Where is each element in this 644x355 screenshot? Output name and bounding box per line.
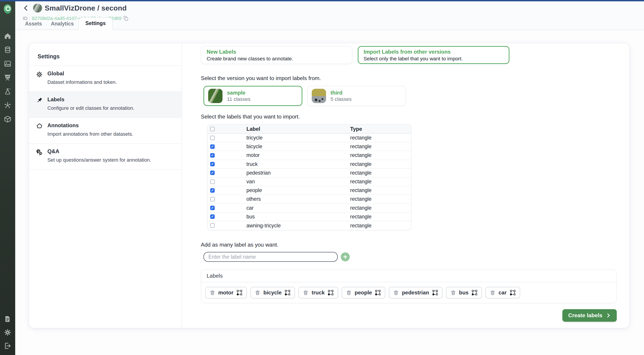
nav-item-labels[interactable]: Labels Configure or edit classes for ann… <box>29 92 182 118</box>
row-label: truck <box>246 161 350 167</box>
bounding-box-icon <box>510 290 516 296</box>
label-chip: motor <box>205 287 247 298</box>
row-label: pedestrian <box>246 170 350 176</box>
row-checkbox[interactable] <box>210 162 215 166</box>
row-checkbox[interactable] <box>210 214 215 219</box>
nav-item-label: Labels <box>48 96 64 102</box>
row-type: rectangle <box>350 223 411 229</box>
tab-settings[interactable]: Settings <box>78 17 113 30</box>
table-row: truckrectangle <box>208 160 411 169</box>
labels-chip-list: motor bicycle truck <box>201 282 616 303</box>
network-icon[interactable] <box>4 102 12 109</box>
images-icon[interactable] <box>4 60 12 68</box>
chip-label: bicycle <box>264 290 282 296</box>
row-label: motor <box>246 152 350 158</box>
label-mode-cards: New Labels Create brand new classes to a… <box>201 46 617 64</box>
row-checkbox[interactable] <box>210 180 215 184</box>
settings-nav-items: Global Dataset informations and token. L… <box>29 66 182 170</box>
nav-item-label: Annotations <box>48 122 79 128</box>
row-label: van <box>246 178 350 185</box>
chip-label: people <box>355 290 372 296</box>
top-accent-strip <box>0 0 644 1</box>
page-title: SmallVizDrone / second <box>45 4 127 12</box>
home-icon[interactable] <box>4 32 12 40</box>
table-row: busrectangle <box>208 212 411 221</box>
row-label: awning-tricycle <box>246 223 350 229</box>
mode-card-import-labels[interactable]: Import Labels from other versions Select… <box>358 46 510 64</box>
dataset-tabs: Assets Analytics Settings <box>20 17 113 30</box>
trash-icon[interactable] <box>450 290 456 296</box>
chip-label: motor <box>218 290 234 296</box>
create-labels-button[interactable]: Create labels <box>562 309 617 322</box>
models-icon[interactable] <box>4 115 12 123</box>
bounding-box-icon <box>285 290 290 296</box>
create-labels-label: Create labels <box>568 312 602 318</box>
version-classes: 5 classes <box>330 96 352 102</box>
label-chip: pedestrian <box>389 287 442 298</box>
nav-item-annotations[interactable]: Annotations Import annotations from othe… <box>29 118 182 144</box>
row-checkbox[interactable] <box>210 144 215 149</box>
logout-icon[interactable] <box>4 342 12 350</box>
row-checkbox[interactable] <box>210 136 215 140</box>
nav-item-label: Q&A <box>48 148 59 154</box>
row-checkbox[interactable] <box>210 153 215 158</box>
table-row: carrectangle <box>208 204 411 212</box>
row-type: rectangle <box>350 205 411 211</box>
add-label-button[interactable] <box>341 252 350 261</box>
docs-icon[interactable] <box>4 315 12 323</box>
row-checkbox[interactable] <box>210 170 215 175</box>
chip-label: bus <box>459 290 469 296</box>
settings-nav-title: Settings <box>29 43 182 66</box>
version-card-sample[interactable]: sample 11 classes <box>204 86 302 106</box>
label-name-input[interactable] <box>204 252 338 262</box>
tab-assets[interactable]: Assets <box>20 18 46 30</box>
experiments-icon[interactable] <box>4 74 12 81</box>
back-icon[interactable] <box>22 4 30 12</box>
row-checkbox[interactable] <box>210 223 215 228</box>
table-row: pedestrianrectangle <box>208 169 411 178</box>
row-type: rectangle <box>350 187 411 193</box>
create-row: Create labels <box>201 309 617 322</box>
table-row: othersrectangle <box>208 195 411 204</box>
version-classes: 11 classes <box>227 96 250 102</box>
version-thumbnail <box>312 89 326 103</box>
copy-icon[interactable] <box>123 16 128 21</box>
column-header-type: Type <box>350 126 411 132</box>
row-checkbox[interactable] <box>210 206 215 210</box>
dataset-header: SmallVizDrone / second ID : 82708d2a-4ad… <box>15 1 644 30</box>
row-checkbox[interactable] <box>210 188 215 193</box>
pin-icon <box>36 97 43 104</box>
labels-table: Label Type tricyclerectangle bicyclerect… <box>207 124 412 230</box>
select-all-checkbox[interactable] <box>210 127 215 131</box>
add-label-prompt: Add as many label as you want. <box>201 242 617 248</box>
trash-icon[interactable] <box>393 290 399 296</box>
row-type: rectangle <box>350 178 411 185</box>
mode-card-desc: Create brand new classes to annotate. <box>206 56 346 62</box>
plus-icon <box>343 254 348 259</box>
row-checkbox[interactable] <box>210 197 215 202</box>
picsellia-logo[interactable] <box>4 4 12 14</box>
trash-icon[interactable] <box>303 290 308 296</box>
mode-card-new-labels[interactable]: New Labels Create brand new classes to a… <box>201 46 352 64</box>
label-chip: people <box>342 287 385 298</box>
datasets-icon[interactable] <box>4 46 12 54</box>
trash-icon[interactable] <box>210 290 215 296</box>
version-prompt: Select the version you want to import la… <box>201 75 617 81</box>
chip-label: pedestrian <box>402 290 429 296</box>
nav-item-qa[interactable]: QA Q&A Set up questions/answer system fo… <box>29 144 182 170</box>
trash-icon[interactable] <box>490 290 495 296</box>
nav-item-global[interactable]: Global Dataset informations and token. <box>29 66 182 92</box>
nav-item-desc: Dataset informations and token. <box>48 79 117 85</box>
nav-item-desc: Set up questions/answer system for annot… <box>48 157 151 163</box>
row-type: rectangle <box>350 214 411 220</box>
bounding-box-icon <box>328 290 334 296</box>
lab-icon[interactable] <box>4 88 12 95</box>
tab-analytics[interactable]: Analytics <box>46 18 78 30</box>
trash-icon[interactable] <box>346 290 352 296</box>
settings-icon[interactable] <box>4 328 12 336</box>
row-label: car <box>246 205 350 211</box>
row-type: rectangle <box>350 144 411 150</box>
row-label: bus <box>246 214 350 220</box>
version-card-third[interactable]: third 5 classes <box>307 86 406 106</box>
trash-icon[interactable] <box>255 290 260 296</box>
